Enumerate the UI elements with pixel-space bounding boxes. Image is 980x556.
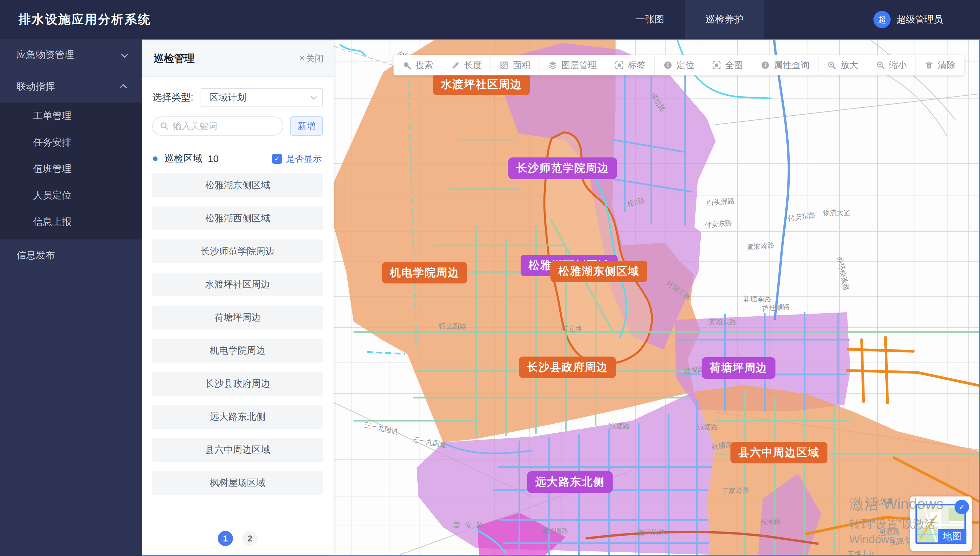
map-region-label[interactable]: 水渡坪社区周边 (433, 74, 530, 95)
sidebar-item-label: 应急物资管理 (16, 48, 74, 61)
close-button[interactable]: × 关闭 (299, 53, 324, 65)
type-row: 选择类型: 区域计划 (152, 88, 323, 107)
ruler-icon (451, 61, 460, 70)
sidebar-item-personnel-location[interactable]: 人员定位 (0, 182, 142, 208)
map-base-layer (334, 40, 979, 555)
sidebar-item-task-arrangement[interactable]: 任务安排 (0, 129, 142, 155)
avatar: 超 (873, 11, 891, 28)
search-row: 新增 (152, 116, 323, 136)
list-title: 巡检区域 (164, 152, 202, 165)
search-icon (402, 61, 411, 70)
top-bar: 排水设施应用分析系统 一张图 巡检养护 超 超级管理员 (0, 0, 980, 39)
list-item[interactable]: 长沙师范学院周边 (152, 239, 323, 263)
toolbar-zoom-in-button[interactable]: 放大 (818, 55, 867, 75)
page-button-1[interactable]: 1 (218, 531, 233, 546)
map-region-label[interactable]: 荷塘坪周边 (701, 357, 776, 379)
map-region-label[interactable]: 机电学院周边 (382, 262, 467, 283)
road-label: 滨湖东路 (708, 318, 736, 327)
road-label: 姗丝塘路 (541, 527, 568, 536)
map-region-label[interactable]: 长沙师范学院周边 (509, 157, 617, 179)
chevron-up-icon (120, 84, 127, 91)
sidebar-item-linkage-command[interactable]: 联动指挥 (0, 71, 142, 103)
road-label: 支路十九 (847, 549, 875, 555)
page-button-2[interactable]: 2 (242, 531, 258, 546)
map-canvas[interactable]: 白沙河路 北 绕 城 潭坊路 物流大道 松2路 白头洲路 付安东路 付安东路 黄… (334, 40, 979, 555)
toolbar-length-button[interactable]: 长度 (442, 55, 491, 75)
sidebar-submenu: 工单管理 任务安排 值班管理 人员定位 信息上报 (0, 103, 142, 239)
toolbar-area-button[interactable]: 面积 (491, 55, 539, 75)
toolbar-locate-button[interactable]: 定位 (654, 55, 703, 75)
basemap-label: 地图 (938, 529, 966, 544)
type-select[interactable]: 区域计划 (201, 88, 323, 107)
list-item[interactable]: 松雅湖西侧区域 (152, 206, 323, 230)
road-label: 思源路 (879, 527, 900, 537)
sidebar-item-emergency-supplies[interactable]: 应急物资管理 (0, 39, 142, 71)
info-icon (761, 61, 770, 70)
road-label: 凉塘路 (609, 421, 630, 431)
checkbox-checked-icon[interactable]: ✓ (272, 154, 282, 164)
map-region-label[interactable]: 松雅湖东侧区域 (551, 261, 647, 282)
toolbar-full-extent-button[interactable]: 全图 (703, 55, 752, 75)
road-label: 物流大道 (823, 208, 850, 218)
road-label: 凉塘路 (697, 422, 718, 432)
panel-title: 巡检管理 (154, 52, 194, 65)
bullet-dot-icon (153, 157, 157, 161)
toolbar-zoom-out-button[interactable]: 缩小 (867, 55, 915, 75)
type-label: 选择类型: (152, 91, 193, 104)
sidebar-item-label: 联动指挥 (16, 80, 55, 93)
road-label: 西冲路 (760, 517, 781, 528)
area-icon (499, 61, 509, 70)
check-icon: ✓ (954, 500, 969, 514)
basemap-switcher[interactable]: ✓ 地图 (910, 496, 972, 551)
show-toggle[interactable]: ✓ 是否显示 (272, 153, 322, 165)
search-icon (160, 121, 169, 131)
road-label: 富安路 (454, 520, 488, 530)
sidebar-item-label: 信息发布 (16, 249, 55, 262)
sidebar: 应急物资管理 联动指挥 工单管理 任务安排 值班管理 人员定位 信息上报 信息发… (0, 39, 142, 556)
sidebar-item-info-report[interactable]: 信息上报 (0, 208, 142, 235)
chevron-down-icon (311, 94, 317, 100)
road-label: 丁家岭路 (721, 486, 749, 496)
nav-tab-inspection-maintenance[interactable]: 巡检养护 (685, 0, 764, 39)
tag-frame-icon (615, 61, 624, 70)
toolbar-layer-manager-button[interactable]: 图层管理 (539, 55, 606, 75)
extent-frame-icon (712, 61, 721, 70)
list-item[interactable]: 水渡坪社区周边 (152, 273, 323, 296)
region-list: 松雅湖东侧区域 松雅湖西侧区域 长沙师范学院周边 水渡坪社区周边 荷塘坪周边 机… (152, 173, 323, 495)
toolbar-clear-button[interactable]: 清除 (915, 55, 964, 75)
toolbar-attribute-query-button[interactable]: 属性查询 (752, 55, 818, 75)
sidebar-item-work-orders[interactable]: 工单管理 (0, 103, 142, 129)
list-item[interactable]: 荷塘坪周边 (152, 305, 323, 330)
nav-tab-one-map[interactable]: 一张图 (615, 0, 685, 39)
map-region-label[interactable]: 远大路东北侧 (527, 471, 612, 493)
map-region-label[interactable]: 县六中周边区域 (731, 442, 828, 463)
sidebar-item-duty-management[interactable]: 值班管理 (0, 155, 142, 182)
list-item[interactable]: 长沙县政府周边 (152, 372, 323, 396)
map-toolbar: 搜索 长度 面积 图层管理 (394, 55, 964, 75)
info-icon (663, 61, 672, 70)
list-item[interactable]: 枫树屋场区域 (152, 471, 323, 495)
sidebar-item-info-publish[interactable]: 信息发布 (0, 239, 142, 271)
toolbar-search-button[interactable]: 搜索 (394, 55, 442, 75)
list-item[interactable]: 远大路东北侧 (152, 405, 323, 429)
toolbar-tag-button[interactable]: 标签 (606, 55, 654, 75)
list-header: 巡检区域 10 ✓ 是否显示 (153, 152, 322, 165)
map-region-label[interactable]: 长沙县政府周边 (519, 357, 616, 378)
list-item[interactable]: 机电学院周边 (152, 339, 323, 362)
panel-header: 巡检管理 × 关闭 (142, 40, 334, 77)
main-content: 巡检管理 × 关闭 选择类型: 区域计划 (142, 39, 980, 556)
road-label: 新塘南路 (744, 294, 771, 304)
road-label: 特立西路 (439, 321, 467, 331)
list-item[interactable]: 县六中周边区域 (152, 438, 323, 462)
list-item[interactable]: 松雅湖东侧区域 (152, 173, 323, 197)
search-input[interactable] (152, 116, 283, 136)
user-chip[interactable]: 超 超级管理员 (873, 11, 943, 28)
username: 超级管理员 (897, 13, 943, 26)
add-button[interactable]: 新增 (290, 116, 323, 136)
top-nav: 一张图 巡检养护 (615, 0, 764, 39)
list-count: 10 (208, 154, 219, 164)
app-root: 排水设施应用分析系统 一张图 巡检养护 超 超级管理员 应急物资管理 联动指挥 … (0, 0, 980, 556)
chevron-down-icon (121, 51, 128, 58)
inspection-panel: 巡检管理 × 关闭 选择类型: 区域计划 (142, 40, 334, 555)
close-icon: × (299, 53, 305, 63)
